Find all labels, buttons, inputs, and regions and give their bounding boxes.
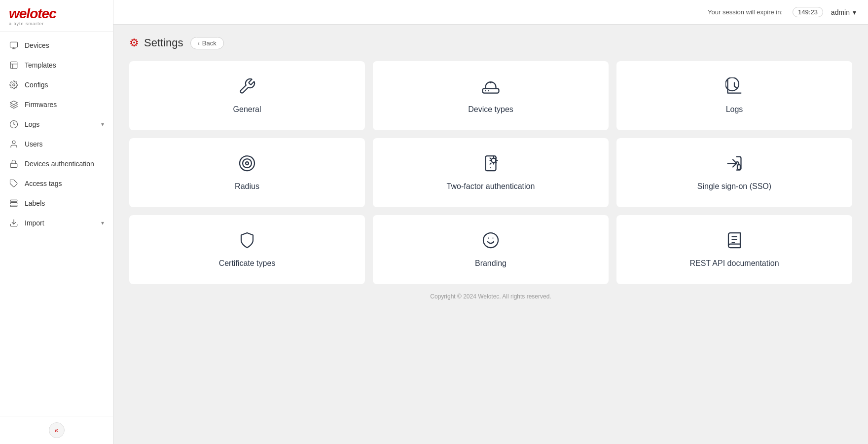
card-general[interactable]: General	[129, 61, 365, 130]
svg-rect-24	[737, 165, 740, 169]
logs-chevron: ▾	[101, 121, 104, 128]
sidebar-label-import: Import	[25, 219, 95, 227]
branding-icon	[482, 231, 500, 252]
templates-icon	[9, 60, 19, 70]
session-timer: 149:23	[793, 7, 823, 17]
svg-point-19	[246, 162, 249, 165]
access-tags-icon	[9, 179, 19, 188]
sidebar-item-firmwares[interactable]: Firmwares	[0, 95, 113, 114]
page-title: ⚙ Settings	[129, 37, 183, 49]
sidebar-item-templates[interactable]: Templates	[0, 55, 113, 75]
card-sso[interactable]: Single sign-on (SSO)	[616, 138, 852, 207]
sidebar-collapse-area: «	[0, 416, 113, 444]
card-certificate-types[interactable]: Certificate types	[129, 215, 365, 284]
card-two-factor-label: Two-factor authentication	[447, 182, 535, 191]
sidebar-nav: Devices Templates Configs Firmwares	[0, 32, 113, 416]
collapse-button[interactable]: «	[49, 422, 65, 438]
svg-point-18	[243, 159, 252, 168]
page-title-text: Settings	[144, 37, 183, 49]
logo-name: welotec	[9, 7, 56, 21]
svg-point-14	[485, 90, 486, 91]
sidebar-label-templates: Templates	[25, 61, 104, 69]
labels-icon	[9, 198, 19, 208]
logo-tagline: a byte smarter	[9, 21, 44, 26]
svg-rect-0	[10, 42, 18, 47]
logo: welotec a byte smarter	[0, 0, 113, 32]
back-label: Back	[202, 39, 217, 47]
card-branding[interactable]: Branding	[373, 215, 609, 284]
card-device-types[interactable]: Device types	[373, 61, 609, 130]
import-chevron: ▾	[101, 220, 104, 226]
card-general-label: General	[233, 105, 261, 114]
devices-auth-icon	[9, 159, 19, 169]
firmwares-icon	[9, 100, 19, 110]
sidebar-item-logs[interactable]: Logs ▾	[0, 114, 113, 134]
session-label: Your session will expire in:	[708, 8, 783, 16]
rest-api-icon	[725, 231, 743, 252]
sidebar-label-firmwares: Firmwares	[25, 101, 104, 109]
card-two-factor[interactable]: Two-factor authentication	[373, 138, 609, 207]
card-rest-api-label: REST API documentation	[689, 259, 779, 268]
sidebar-item-access-tags[interactable]: Access tags	[0, 174, 113, 193]
svg-point-4	[12, 141, 15, 144]
card-rest-api[interactable]: REST API documentation	[616, 215, 852, 284]
card-sso-label: Single sign-on (SSO)	[697, 182, 771, 191]
sidebar-item-devices[interactable]: Devices	[0, 36, 113, 55]
sidebar-item-labels[interactable]: Labels	[0, 193, 113, 213]
card-device-types-label: Device types	[468, 105, 513, 114]
svg-point-15	[488, 90, 489, 91]
footer: Copyright © 2024 Welotec. All rights res…	[129, 284, 852, 309]
topbar: Your session will expire in: 149:23 admi…	[113, 0, 868, 25]
user-chevron-icon: ▾	[853, 8, 856, 16]
devices-icon	[9, 40, 19, 50]
sso-icon	[725, 154, 743, 175]
main-content: ⚙ Settings ‹ Back General	[113, 25, 868, 444]
sidebar-item-configs[interactable]: Configs	[0, 75, 113, 95]
certificate-types-icon	[238, 231, 256, 252]
svg-rect-9	[10, 205, 17, 207]
card-logs-label: Logs	[726, 105, 743, 114]
settings-grid: General Device types	[129, 61, 852, 284]
sidebar-label-devices-auth: Devices authentication	[25, 160, 104, 168]
card-logs[interactable]: Logs	[616, 61, 852, 130]
back-chevron-icon: ‹	[198, 39, 200, 47]
radius-icon	[238, 154, 256, 175]
configs-icon	[9, 80, 19, 90]
two-factor-icon	[482, 154, 500, 175]
card-branding-label: Branding	[475, 259, 506, 268]
user-dropdown[interactable]: admin ▾	[831, 8, 856, 16]
card-radius-label: Radius	[235, 182, 259, 191]
sidebar-label-logs: Logs	[25, 120, 95, 128]
sidebar-item-users[interactable]: Users	[0, 134, 113, 154]
svg-rect-7	[10, 200, 17, 201]
svg-point-25	[483, 233, 498, 248]
logs-card-icon	[725, 77, 743, 98]
page-header: ⚙ Settings ‹ Back	[129, 37, 852, 49]
card-radius[interactable]: Radius	[129, 138, 365, 207]
sidebar-item-import[interactable]: Import ▾	[0, 213, 113, 233]
svg-point-17	[240, 156, 254, 171]
general-icon	[238, 77, 256, 98]
main-area: Your session will expire in: 149:23 admi…	[113, 0, 868, 444]
back-button[interactable]: ‹ Back	[190, 37, 224, 49]
logs-icon	[9, 119, 19, 129]
sidebar: welotec a byte smarter Devices Templates…	[0, 0, 113, 444]
sidebar-item-devices-auth[interactable]: Devices authentication	[0, 154, 113, 174]
sidebar-label-users: Users	[25, 140, 104, 148]
svg-point-16	[490, 82, 492, 83]
settings-gear-icon: ⚙	[129, 37, 139, 49]
svg-rect-8	[10, 203, 17, 204]
sidebar-label-configs: Configs	[25, 81, 104, 89]
user-name: admin	[831, 8, 850, 16]
sidebar-label-labels: Labels	[25, 199, 104, 207]
card-certificate-types-label: Certificate types	[219, 259, 276, 268]
footer-text: Copyright © 2024 Welotec. All rights res…	[430, 293, 551, 300]
sidebar-label-access-tags: Access tags	[25, 180, 104, 187]
svg-point-2	[13, 84, 15, 86]
svg-rect-5	[10, 163, 17, 167]
svg-rect-1	[10, 62, 17, 69]
import-icon	[9, 218, 19, 228]
device-types-icon	[482, 77, 500, 98]
users-icon	[9, 139, 19, 149]
sidebar-label-devices: Devices	[25, 41, 104, 49]
